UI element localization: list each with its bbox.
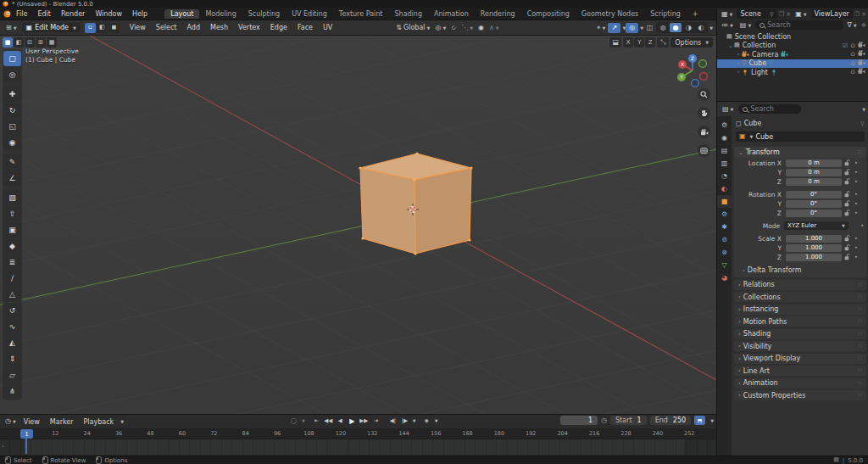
workspace-tab-scripting[interactable]: Scripting (644, 9, 687, 19)
remove-view-layer-button[interactable]: ✕ (861, 11, 866, 18)
display-mode-dropdown[interactable]: ≔▼ (719, 21, 736, 30)
timeline-tracks[interactable]: › (0, 439, 716, 455)
play-button[interactable]: ▶ (347, 416, 358, 426)
workspace-tab-rendering[interactable]: Rendering (475, 9, 521, 19)
lock-open-icon[interactable] (844, 159, 850, 166)
expander-icon[interactable]: › (735, 60, 742, 67)
gizmo-x-neg[interactable] (700, 73, 708, 81)
viewport-menu-vertex[interactable]: Vertex (233, 24, 265, 31)
eye-icon[interactable]: ⊙ (850, 60, 855, 67)
camera-render-icon[interactable] (858, 68, 865, 76)
properties-tab-render[interactable]: ◉ (717, 131, 732, 144)
properties-tab-view-layer[interactable]: ▥ (717, 157, 732, 170)
panel-line-art[interactable]: ›Line Art∷ (734, 366, 866, 376)
delta-transform-panel[interactable]: › Delta Transform (734, 261, 866, 274)
properties-tab-modifiers[interactable]: ⚙ (717, 208, 732, 221)
object-name-field[interactable]: ▣ ▼ Cube (736, 131, 865, 142)
shading-material-preview[interactable]: ◑ (682, 23, 694, 32)
menu-window[interactable]: Window (90, 10, 127, 18)
eye-icon[interactable]: ⊙ (850, 69, 855, 75)
pin-id-icon[interactable]: ⚲ (860, 120, 865, 127)
auto-keying-toggle[interactable]: ◯ (288, 416, 299, 426)
current-frame-field[interactable]: 1 (560, 416, 598, 425)
panel-motion-paths[interactable]: ›Motion Paths∷ (734, 316, 866, 327)
tool-shear[interactable]: ▱ (3, 367, 21, 383)
mirror-y-toggle[interactable]: Y (634, 37, 644, 48)
lock-open-icon[interactable] (844, 254, 850, 260)
shading-solid[interactable]: ● (670, 23, 682, 32)
workspace-tab-shading[interactable]: Shading (388, 9, 428, 19)
viewport-menu-select[interactable]: Select (151, 24, 182, 31)
animate-dot-icon[interactable]: ∙ (852, 200, 860, 207)
select-mode-face[interactable]: ◼ (108, 23, 120, 33)
eye-icon[interactable]: ⊙ (850, 51, 855, 58)
timeline-editor-type-button[interactable]: ◷▼ (3, 417, 19, 426)
camera-render-icon[interactable] (858, 59, 865, 68)
proportional-editing-toggle[interactable]: ◉ (476, 24, 487, 32)
shading-rendered[interactable]: ◐ (695, 23, 707, 32)
gizmo-visibility-dropdown[interactable]: ⌖▼ (594, 24, 608, 32)
jump-to-next-keyframe-button[interactable]: ▶▶ (359, 416, 370, 426)
workspace-tab-layout[interactable]: Layout (164, 9, 199, 19)
shading-wireframe[interactable]: ◍ (657, 23, 669, 32)
navigation-gizmo[interactable]: ZXY (673, 51, 712, 90)
view-layer-type-button[interactable]: ▣▼ (793, 10, 809, 19)
menu-file[interactable]: File (11, 10, 32, 18)
animate-dot-icon[interactable]: ∙ (852, 169, 860, 176)
outliner-options-icon[interactable]: ❖ (861, 22, 866, 29)
lock-open-icon[interactable] (844, 210, 850, 216)
cube-right-face[interactable] (415, 168, 471, 254)
workspace-tab-modeling[interactable]: Modeling (199, 9, 242, 19)
next-frame-button[interactable]: |▶ (399, 416, 410, 426)
outliner-scene-type-button[interactable]: ▦▼ (719, 10, 735, 19)
workspace-tab-uv-editing[interactable]: UV Editing (286, 9, 333, 19)
animate-dot-icon[interactable]: ∙ (852, 178, 860, 185)
lock-open-icon[interactable] (844, 235, 850, 242)
transform-field-y[interactable]: 0° (786, 200, 842, 208)
pan-button[interactable] (698, 107, 710, 120)
panel-animation[interactable]: ›Animation∷ (734, 378, 866, 389)
chevron-down-icon[interactable]: ▼ (302, 418, 305, 423)
viewport-menu-face[interactable]: Face (292, 24, 318, 31)
jump-to-start-button[interactable]: ⇤ (311, 416, 322, 426)
select-mode-edge[interactable]: ◧ (97, 23, 108, 33)
exclude-checkbox-icon[interactable]: ☑ (843, 42, 848, 49)
transform-field-y[interactable]: 0 m (786, 169, 842, 176)
expander-icon[interactable]: ⌄ (727, 42, 734, 49)
lock-open-icon[interactable] (844, 169, 850, 176)
camera-render-icon[interactable] (858, 50, 865, 59)
viewport-menu-mesh[interactable]: Mesh (205, 24, 233, 31)
outliner-row-collection[interactable]: ⌄ ▤ Collection ☑⊙ (717, 42, 868, 51)
jump-to-prev-keyframe-button[interactable]: ◀◀ (323, 416, 334, 426)
animate-dot-icon[interactable]: ∙ (858, 222, 866, 229)
properties-tab-scene[interactable]: ◔ (717, 170, 732, 182)
lock-open-icon[interactable] (844, 244, 850, 251)
tool-shrink-fatten[interactable]: ⇕ (3, 351, 21, 366)
timeline-display-toggle[interactable]: ⬒ (694, 416, 705, 425)
properties-search-input[interactable]: Search (738, 104, 801, 114)
transform-field-z[interactable]: 1.000 (786, 254, 842, 261)
outliner-search-input[interactable]: Search (755, 20, 843, 30)
viewport-3d[interactable]: User Perspective (1) Cube | Cube ■◧⊟⊞▦ ⬓… (0, 36, 716, 414)
select-op-new[interactable]: ■ (3, 37, 13, 48)
tool-inset-faces[interactable]: ▣ (3, 222, 21, 238)
properties-tab-physics[interactable]: ⊚ (717, 233, 732, 246)
channel-expand-icon[interactable]: › (2, 443, 4, 450)
tool-scale[interactable]: ◱ (3, 119, 21, 134)
orientation-dropdown[interactable]: ⇅ Global ▼ (393, 23, 432, 32)
lock-open-icon[interactable] (844, 191, 850, 198)
keying-set-button[interactable]: ◈ (421, 416, 432, 426)
options-dropdown[interactable]: Options ▼ (670, 37, 713, 48)
tool-select-box[interactable]: ▢ (3, 51, 21, 66)
transform-field-y[interactable]: 1.000 (786, 244, 842, 252)
viewport-menu-uv[interactable]: UV (318, 24, 337, 31)
mirror-x-toggle[interactable]: X (623, 37, 633, 48)
filter-dropdown[interactable]: ∇▼ (845, 21, 860, 30)
panel-visibility[interactable]: ›Visibility∷ (734, 341, 866, 351)
menu-render[interactable]: Render (56, 10, 90, 18)
panel-collections[interactable]: ›Collections∷ (734, 292, 866, 302)
animate-dot-icon[interactable]: ∙ (852, 244, 860, 251)
mirror-button[interactable]: ⬓ (609, 37, 621, 48)
workspace-tab-animation[interactable]: Animation (428, 9, 475, 19)
snap-base-button[interactable]: ⤡ (657, 37, 669, 48)
